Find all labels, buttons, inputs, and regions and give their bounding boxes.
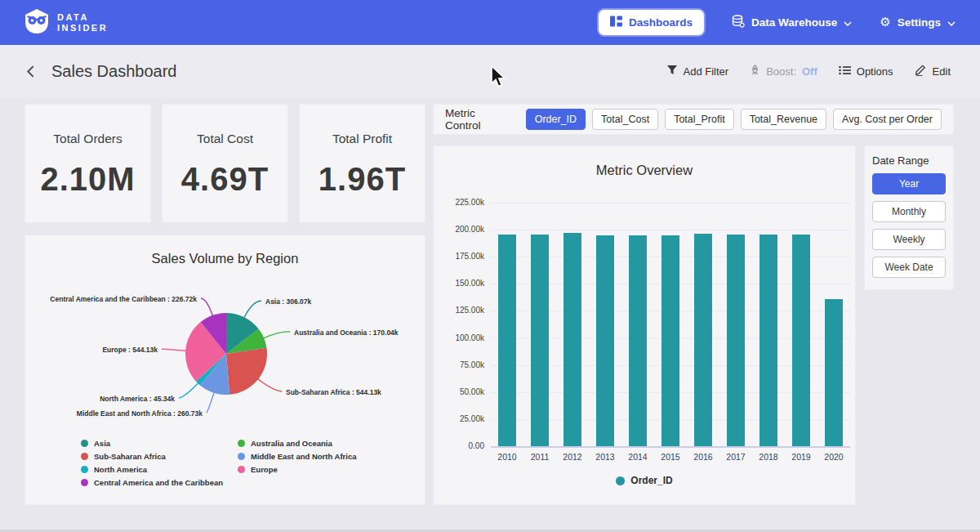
kpi-label: Total Orders — [25, 132, 150, 146]
options-button[interactable]: Options — [839, 65, 893, 78]
pie-label-asia: Asia : 306.07k — [265, 297, 312, 306]
app-window: DATAINSIDER Dashboards — [0, 0, 980, 532]
bar-slot — [621, 203, 654, 446]
pie-legend-col2: Australia and OceaniaMiddle East and Nor… — [238, 436, 357, 489]
legend-dot — [238, 440, 245, 447]
legend-item-sub-saharan-africa[interactable]: Sub-Saharan Africa — [81, 449, 238, 463]
x-tick-label: 2013 — [589, 452, 621, 462]
edit-button[interactable]: Edit — [915, 64, 951, 78]
bar-2014[interactable] — [629, 235, 647, 446]
x-tick-label: 2017 — [719, 452, 752, 462]
kpi-label: Total Cost — [163, 132, 287, 146]
kpi-card-total-orders: Total Orders 2.10M — [24, 104, 151, 223]
kpi-value: 4.69T — [163, 161, 287, 198]
bar-2013[interactable] — [596, 235, 614, 446]
bar-slot — [719, 203, 752, 446]
legend-label: Sub-Saharan Africa — [94, 452, 166, 461]
x-tick-label: 2016 — [687, 452, 719, 462]
legend-item-asia[interactable]: Asia — [81, 436, 238, 449]
metric-option-avg-cost-per-order[interactable]: Avg. Cost per Order — [833, 109, 942, 130]
pie-leader-line — [201, 298, 213, 317]
brand-logo[interactable]: DATAINSIDER — [24, 8, 108, 38]
settings-menu[interactable]: ⚙ Settings — [880, 16, 956, 29]
y-tick-label: 200.00k — [439, 225, 484, 234]
pie-slice-sub-saharan-africa[interactable] — [226, 348, 267, 395]
bar-2018[interactable] — [760, 235, 777, 446]
add-filter-button[interactable]: Add Filter — [666, 65, 729, 78]
legend-dot — [616, 476, 625, 485]
funnel-icon — [666, 65, 678, 78]
metric-option-total-revenue[interactable]: Total_Revenue — [741, 109, 826, 130]
date-option-weekly[interactable]: Weekly — [872, 229, 946, 250]
top-nav-bar: DATAINSIDER Dashboards — [0, 0, 980, 45]
legend-item-middle-east-and-north-africa[interactable]: Middle East and North Africa — [238, 449, 357, 463]
legend-label: Asia — [94, 439, 110, 448]
date-option-monthly[interactable]: Monthly — [872, 201, 946, 222]
legend-label: Central America and the Caribbean — [94, 478, 223, 487]
owl-logo-icon — [24, 8, 49, 38]
database-icon — [732, 15, 745, 30]
metric-option-total-profit[interactable]: Total_Profit — [665, 109, 734, 130]
kpi-card-total-cost: Total Cost 4.69T — [162, 104, 288, 223]
pie-chart: Asia : 306.07kAustralia and Oceania : 17… — [25, 235, 425, 431]
y-tick-label: 175.00k — [439, 252, 484, 261]
pie-legend-col1: AsiaSub-Saharan AfricaNorth AmericaCentr… — [81, 436, 238, 489]
legend-dot — [81, 440, 88, 447]
bar-legend[interactable]: Order_ID — [434, 475, 855, 486]
chevron-down-icon — [947, 16, 956, 29]
gridline — [491, 446, 850, 448]
bar-2016[interactable] — [694, 234, 712, 446]
pie-label-sub-saharan-africa: Sub-Saharan Africa : 544.13k — [286, 388, 381, 396]
settings-label: Settings — [898, 16, 941, 29]
legend-item-central-america-and-the-caribbean[interactable]: Central America and the Caribbean — [81, 476, 238, 489]
bar-2020[interactable] — [825, 299, 843, 446]
legend-label: Australia and Oceania — [251, 439, 332, 448]
legend-dot — [81, 466, 88, 473]
metric-option-total-cost[interactable]: Total_Cost — [592, 109, 658, 130]
bar-2017[interactable] — [727, 235, 745, 446]
pie-leader-line — [162, 349, 187, 351]
legend-label: North America — [94, 465, 147, 474]
x-tick-label: 2018 — [752, 452, 785, 462]
date-option-year[interactable]: Year — [872, 173, 946, 194]
legend-item-north-america[interactable]: North America — [81, 463, 238, 476]
x-tick-label: 2020 — [817, 452, 850, 462]
metric-option-order-id[interactable]: Order_ID — [526, 109, 586, 130]
pie-label-europe: Europe : 544.13k — [102, 346, 158, 354]
bar-2012[interactable] — [564, 233, 581, 446]
kpi-label: Total Profit — [300, 132, 425, 146]
x-tick-label: 2015 — [654, 452, 687, 462]
x-tick-label: 2010 — [491, 452, 523, 462]
dashboards-button[interactable]: Dashboards — [599, 10, 704, 35]
boost-value: Off — [802, 65, 817, 78]
bar-2011[interactable] — [531, 235, 549, 446]
bar-2015[interactable] — [662, 235, 679, 446]
bar-slot — [556, 203, 589, 446]
date-option-week-date[interactable]: Week Date — [872, 257, 946, 278]
bar-2010[interactable] — [498, 235, 516, 446]
legend-dot — [238, 453, 245, 460]
legend-item-europe[interactable]: Europe — [238, 463, 357, 476]
bar-slot — [654, 203, 687, 446]
bar-2019[interactable] — [792, 235, 810, 446]
legend-item-australia-and-oceania[interactable]: Australia and Oceania — [238, 436, 357, 449]
sales-volume-panel: Sales Volume by Region Asia : 306.07kAus… — [24, 235, 425, 505]
legend-dot — [238, 466, 245, 473]
date-range-panel: Date Range YearMonthlyWeeklyWeek Date — [864, 145, 954, 290]
boost-toggle[interactable]: Boost: Off — [750, 65, 817, 78]
boost-label: Boost: — [766, 65, 796, 78]
y-tick-label: 100.00k — [439, 333, 484, 342]
back-button[interactable] — [23, 61, 38, 82]
bar-chart-title: Metric Overview — [434, 163, 855, 178]
pie-leader-line — [262, 332, 290, 338]
bar-legend-label: Order_ID — [630, 475, 672, 486]
page-header: Sales Dashboard Add Filter Boost: Off — [0, 45, 980, 97]
metric-control-buttons: Order_IDTotal_CostTotal_ProfitTotal_Reve… — [526, 109, 942, 130]
pencil-icon — [915, 64, 927, 78]
y-tick-label: 75.00k — [439, 360, 484, 369]
x-tick-label: 2012 — [556, 452, 589, 462]
metric-control-label: Metric Control — [445, 107, 513, 132]
y-tick-label: 0.00 — [439, 441, 484, 450]
data-warehouse-menu[interactable]: Data Warehouse — [732, 15, 852, 30]
pie-leader-line — [257, 378, 282, 391]
